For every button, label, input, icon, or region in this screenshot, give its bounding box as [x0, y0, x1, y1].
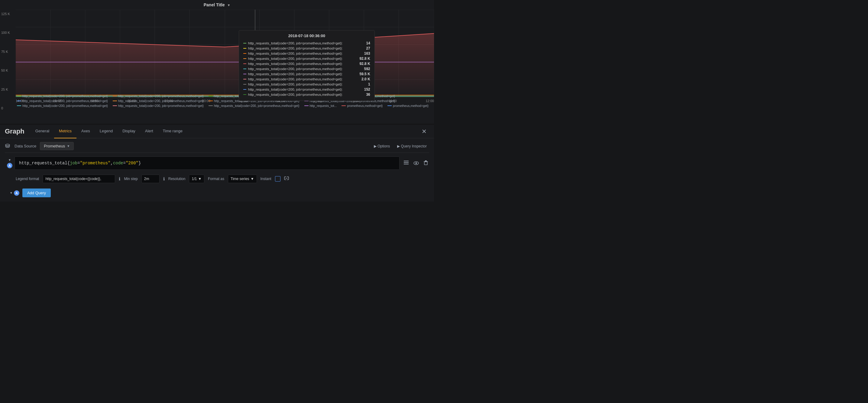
tooltip-series-value: 1: [368, 82, 370, 87]
svg-point-28: [415, 162, 417, 164]
tooltip-row: http_requests_total{code=200, job=promet…: [243, 67, 370, 71]
query-eye-button[interactable]: [412, 160, 420, 167]
legend-item: prometheus,method=get}: [342, 104, 383, 107]
legend-color: [17, 105, 21, 106]
tab-display[interactable]: Display: [118, 125, 140, 138]
legend-color: [209, 101, 213, 101]
legend-label: http_requests_total{code=200, job=promet…: [118, 104, 204, 107]
format-as-caret: ▼: [251, 177, 254, 181]
legend-color: [113, 96, 117, 96]
tooltip-series-value: 92.8 K: [359, 57, 370, 61]
legend-label: http_requests_tot...: [310, 104, 337, 107]
panel-title-bar[interactable]: Panel Title ▼: [0, 0, 434, 10]
tab-time-range[interactable]: Time range: [158, 125, 187, 138]
tooltip-series-value: 36: [366, 93, 370, 97]
query-expr-kw: http_requests_total: [19, 161, 67, 166]
panel-title: Panel Title: [204, 2, 225, 7]
query-inspector-button[interactable]: ▶ Query Inspector: [395, 143, 429, 149]
legend-format-input[interactable]: [42, 175, 115, 183]
legend-label: http_requests_total{code=200, job=promet…: [214, 104, 300, 107]
legend-item: prometheus,method=get}: [388, 104, 429, 107]
panel-title-caret: ▼: [227, 3, 230, 7]
resolution-caret: ▼: [198, 177, 202, 181]
query-row-icons: [400, 157, 429, 170]
tooltip-row-left: http_requests_total{code=200, job=promet…: [243, 57, 356, 60]
legend-label: prometheus,method=get}: [347, 104, 383, 107]
tooltip-row: http_requests_total{code=200, job=promet…: [243, 93, 370, 97]
options-row: Legend format ℹ Min step ℹ Resolution 1/…: [5, 172, 429, 186]
add-query-letter: ▼ A: [10, 190, 19, 196]
instant-checkbox[interactable]: [275, 176, 280, 181]
legend-format-info-icon[interactable]: ℹ: [119, 176, 120, 181]
legend-color: [304, 105, 309, 106]
link-series-button[interactable]: [284, 176, 289, 182]
tooltip-series-label: http_requests_total{code=200, job=promet…: [248, 46, 343, 50]
legend-color: [209, 105, 213, 106]
y-label-75k: 75 K: [1, 50, 14, 54]
legend-item: http_requests_total{code=200, job=promet…: [17, 99, 108, 103]
tooltip-rows-container: http_requests_total{code=200, job=promet…: [243, 41, 370, 97]
legend-format-label: Legend format: [16, 177, 39, 181]
query-row-a: ▼ A http_requests_total{job="prometheus"…: [5, 157, 429, 170]
add-query-button[interactable]: Add Query: [22, 189, 51, 197]
format-as-select[interactable]: Time series ▼: [228, 175, 256, 183]
query-job-key: job: [70, 161, 78, 166]
y-label-50k: 50 K: [1, 69, 14, 72]
min-step-info-icon[interactable]: ℹ: [163, 176, 165, 181]
tooltip-row: http_requests_total{code=200, job=promet…: [243, 82, 370, 87]
datasource-icon: [5, 143, 11, 149]
tab-general[interactable]: General: [31, 125, 54, 138]
tooltip-series-value: 152: [364, 87, 370, 92]
add-query-expand-arrow[interactable]: ▼: [10, 191, 13, 195]
format-as-value: Time series: [230, 177, 249, 181]
query-format-button[interactable]: [403, 160, 410, 167]
legend-color: [342, 105, 346, 106]
tab-legend[interactable]: Legend: [95, 125, 118, 138]
legend-color: [113, 105, 117, 106]
tooltip-series-color: [243, 53, 246, 54]
resolution-label: Resolution: [168, 177, 186, 181]
y-axis-labels: 0 25 K 50 K 75 K 100 K 125 K: [0, 10, 16, 112]
datasource-select[interactable]: Prometheus ▼: [40, 142, 74, 150]
tooltip-row-left: http_requests_total{code=200, job=promet…: [243, 41, 363, 45]
legend-label: http_requests_total{code=200, job=promet…: [118, 94, 204, 98]
legend-item: http_requests_total{code=200, job=promet…: [209, 104, 300, 107]
svg-rect-30: [425, 160, 427, 161]
tooltip-timestamp: 2018-07-18 00:36:00: [243, 34, 370, 38]
datasource-label: Data Source: [14, 144, 36, 148]
tooltip-series-label: http_requests_total{code=200, job=promet…: [248, 93, 343, 96]
query-expand-arrow[interactable]: ▼: [8, 158, 11, 162]
tooltip-series-color: [243, 84, 246, 85]
y-label-100k: 100 K: [1, 31, 14, 34]
tooltip-series-label: http_requests_total{code=200, job=promet…: [248, 72, 343, 76]
tab-alert[interactable]: Alert: [140, 125, 158, 138]
tooltip-row: http_requests_total{code=200, job=promet…: [243, 57, 370, 61]
tooltip-series-color: [243, 58, 246, 59]
legend-item: http_requests_total{code=200, job=promet…: [113, 99, 204, 103]
legend-item: http_requests_tot...: [304, 104, 337, 107]
query-job-val: "prometheus": [80, 161, 111, 166]
svg-rect-26: [404, 164, 409, 164]
query-delete-button[interactable]: [423, 159, 429, 167]
options-button[interactable]: ▶ Options: [371, 143, 393, 149]
tooltip-row: http_requests_total{code=200, job=promet…: [243, 77, 370, 81]
tab-axes[interactable]: Axes: [76, 125, 95, 138]
format-as-label: Format as: [208, 177, 224, 181]
legend-item: http_requests_total{code=200, job=promet…: [113, 104, 204, 107]
legend-color: [388, 105, 392, 106]
query-letter-badge: A: [7, 163, 12, 168]
panel-container: Panel Title ▼ 0 25 K 50 K 75 K 100 K 125…: [0, 0, 434, 201]
close-panel-button[interactable]: ✕: [419, 128, 429, 135]
resolution-select[interactable]: 1/1 ▼: [189, 175, 204, 183]
tab-metrics[interactable]: Metrics: [54, 125, 76, 138]
legend-item: http_requests_total{code=200, job=promet…: [17, 94, 108, 98]
datasource-name: Prometheus: [44, 144, 65, 148]
min-step-input[interactable]: [142, 175, 160, 183]
tooltip-series-value: 14: [366, 41, 370, 45]
legend-color: [209, 96, 213, 96]
tooltip-row-left: http_requests_total{code=200, job=promet…: [243, 93, 363, 96]
tooltip-row-left: http_requests_total{code=200, job=promet…: [243, 82, 365, 86]
query-input-box[interactable]: http_requests_total{job="prometheus", co…: [14, 157, 400, 170]
tooltip-row: http_requests_total{code=200, job=promet…: [243, 52, 370, 56]
tooltip-series-label: http_requests_total{code=200, job=promet…: [248, 41, 343, 45]
